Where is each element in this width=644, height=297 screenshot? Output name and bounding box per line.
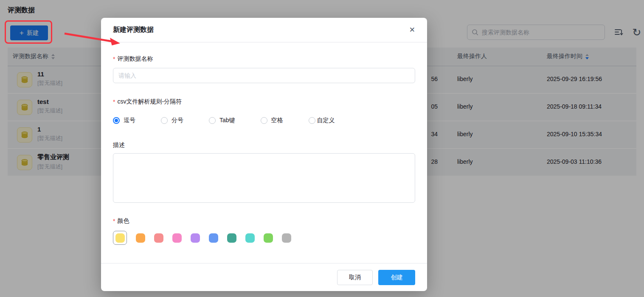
cancel-button[interactable]: 取消 <box>337 270 373 285</box>
color-swatch[interactable] <box>115 233 125 243</box>
color-swatch[interactable] <box>136 233 145 243</box>
separator-field-label: * csv文件解析规则-分隔符 <box>113 98 415 106</box>
description-textarea[interactable] <box>113 153 415 203</box>
radio-comma[interactable]: 逗号 <box>113 117 135 124</box>
color-swatch[interactable] <box>191 233 200 243</box>
close-icon[interactable]: ✕ <box>409 25 415 34</box>
description-field-label: 描述 <box>113 141 415 149</box>
dialog-body: * 评测数据名称 * csv文件解析规则-分隔符 逗号 分号 T <box>101 55 427 245</box>
radio-icon[interactable] <box>309 117 315 124</box>
dialog-footer: 取消 创建 <box>101 263 427 291</box>
color-swatch[interactable] <box>172 233 182 243</box>
radio-selected-icon[interactable] <box>113 117 120 124</box>
radio-custom[interactable]: 自定义 <box>309 117 335 124</box>
radio-icon[interactable] <box>161 117 168 124</box>
color-swatch[interactable] <box>245 233 255 243</box>
name-field-label: * 评测数据名称 <box>113 55 415 63</box>
color-swatch[interactable] <box>264 233 273 243</box>
screen: 评测数据 + 新建 ↻ 评 <box>0 0 644 297</box>
color-swatch-selected[interactable] <box>113 231 127 245</box>
required-asterisk: * <box>113 98 115 105</box>
radio-icon[interactable] <box>209 117 216 124</box>
required-asterisk: * <box>113 218 115 224</box>
separator-options: 逗号 分号 Tab键 空格 自定义 <box>113 117 415 124</box>
color-swatch[interactable] <box>227 233 236 243</box>
radio-tab[interactable]: Tab键 <box>209 117 235 124</box>
color-field-label: * 颜色 <box>113 217 415 225</box>
create-dialog: 新建评测数据 ✕ * 评测数据名称 * csv文件解析规则-分隔符 逗号 分号 <box>101 18 427 291</box>
radio-space[interactable]: 空格 <box>261 117 283 124</box>
color-swatch[interactable] <box>154 233 163 243</box>
color-swatch[interactable] <box>209 233 218 243</box>
name-input[interactable] <box>113 68 415 83</box>
dialog-header: 新建评测数据 ✕ <box>101 18 427 42</box>
color-swatch[interactable] <box>282 233 291 243</box>
highlight-box-annotation <box>5 20 52 44</box>
required-asterisk: * <box>113 56 115 62</box>
radio-semicolon[interactable]: 分号 <box>161 117 183 124</box>
confirm-create-button[interactable]: 创建 <box>378 270 415 285</box>
radio-icon[interactable] <box>261 117 267 124</box>
dialog-title: 新建评测数据 <box>113 25 154 34</box>
color-swatches <box>113 231 415 245</box>
